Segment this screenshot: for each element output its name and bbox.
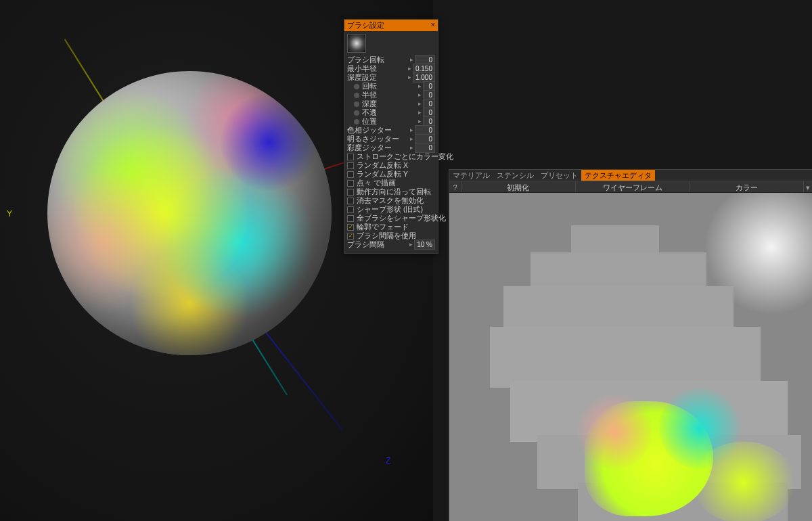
- texture-editor-panel[interactable]: マテリアル ステンシル プリセット テクスチャエディタ ? 初期化 ワイヤーフレ…: [449, 169, 812, 521]
- tab-material[interactable]: マテリアル: [449, 170, 493, 181]
- brush-panel-title-text: ブラシ設定: [347, 20, 384, 30]
- depth-setting-row[interactable]: 深度設定▸ 1.000: [347, 73, 435, 82]
- cb-edge-fade[interactable]: 輪郭でフェード: [347, 223, 435, 231]
- jitter-rad-label: 半径: [362, 91, 417, 99]
- jitter-dep-label: 深度: [362, 99, 417, 108]
- viewport-sphere[interactable]: [47, 71, 332, 355]
- tab-texture-editor[interactable]: テクスチャエディタ: [581, 170, 655, 181]
- min-radius-label: 最小半径: [347, 64, 407, 73]
- cb-stroke-color-label: ストロークごとにカラー変化: [357, 152, 453, 161]
- jitter-opa-label: 不透: [362, 108, 417, 117]
- help-button[interactable]: ?: [449, 181, 461, 192]
- chevron-right-icon: ▸: [417, 91, 423, 99]
- cb-follow[interactable]: 動作方向に沿って回転: [347, 187, 435, 196]
- brush-rotation-label: ブラシ回転: [347, 55, 409, 64]
- jitter-toggle-icon[interactable]: [354, 119, 359, 124]
- brush-panel-title[interactable]: ブラシ設定 ×: [344, 20, 438, 31]
- cb-flip-x-label: ランダム反転 X: [357, 161, 435, 170]
- chevron-right-icon: ▸: [408, 240, 414, 249]
- jitter-dep-row[interactable]: 深度▸ 0: [347, 99, 435, 108]
- jitter-toggle-icon[interactable]: [354, 93, 359, 98]
- cb-dots-label: 点々 で描画: [357, 179, 435, 187]
- tab-preset[interactable]: プリセット: [537, 170, 581, 181]
- texture-canvas[interactable]: [449, 193, 812, 521]
- painted-texture: [490, 225, 801, 521]
- axis-label-z: Z: [386, 456, 390, 466]
- jitter-rad-row[interactable]: 半径▸ 0: [347, 91, 435, 99]
- cb-disable-erase[interactable]: 消去マスクを無効化: [347, 196, 435, 205]
- checkbox-icon[interactable]: [347, 189, 354, 196]
- color-button[interactable]: カラー: [690, 181, 804, 192]
- chevron-right-icon: ▸: [407, 73, 413, 82]
- cb-sharp-all-label: 全ブラシをシャープ形状化: [357, 214, 446, 223]
- jitter-rot-row[interactable]: 回転▸ 0: [347, 82, 435, 91]
- chevron-down-icon[interactable]: ▾: [804, 181, 812, 192]
- brush-spacing-label: ブラシ間隔: [347, 240, 408, 249]
- jitter-pos-label: 位置: [362, 117, 417, 126]
- texture-toolbar: ? 初期化 ワイヤーフレーム カラー ▾: [449, 181, 812, 193]
- brush-settings-panel[interactable]: ブラシ設定 × ブラシ回転▸ 0 最小半径▸ 0.150 深度設定▸ 1.000…: [344, 19, 438, 254]
- cb-sharp-legacy[interactable]: シャープ形状 (旧式): [347, 205, 435, 214]
- chevron-right-icon: ▸: [417, 82, 423, 91]
- cb-flip-y-label: ランダム反転 Y: [357, 170, 435, 179]
- checkbox-icon[interactable]: [347, 198, 354, 204]
- cb-edge-fade-label: 輪郭でフェード: [357, 223, 435, 231]
- checkbox-icon[interactable]: [347, 224, 354, 231]
- hue-jitter-label: 色相ジッター: [347, 126, 409, 135]
- cb-flip-x[interactable]: ランダム反転 X: [347, 161, 435, 170]
- checkbox-icon[interactable]: [347, 206, 354, 213]
- sat-jitter-row[interactable]: 彩度ジッター▸ 0: [347, 143, 435, 152]
- axis-label-y: Y: [7, 209, 12, 219]
- brush-spacing-row[interactable]: ブラシ間隔▸ 10 %: [347, 240, 435, 249]
- cb-stroke-color[interactable]: ストロークごとにカラー変化: [347, 152, 435, 161]
- checkbox-icon[interactable]: [347, 233, 354, 240]
- chevron-right-icon: ▸: [409, 143, 415, 152]
- jitter-opa-row[interactable]: 不透▸ 0: [347, 108, 435, 117]
- jitter-toggle-icon[interactable]: [354, 101, 359, 107]
- sat-jitter-label: 彩度ジッター: [347, 143, 409, 152]
- wireframe-button[interactable]: ワイヤーフレーム: [576, 181, 690, 192]
- cb-follow-label: 動作方向に沿って回転: [357, 187, 435, 196]
- depth-setting-label: 深度設定: [347, 73, 407, 82]
- chevron-right-icon: ▸: [417, 99, 423, 108]
- brush-alpha-swatch[interactable]: [347, 34, 366, 53]
- tab-stencil[interactable]: ステンシル: [493, 170, 537, 181]
- close-icon[interactable]: ×: [431, 20, 435, 30]
- chevron-right-icon: ▸: [417, 108, 423, 117]
- light-jitter-label: 明るさジッター: [347, 135, 409, 143]
- cb-disable-erase-label: 消去マスクを無効化: [357, 196, 435, 205]
- checkbox-icon[interactable]: [347, 154, 354, 160]
- chevron-right-icon: ▸: [409, 126, 415, 135]
- texture-tabs: マテリアル ステンシル プリセット テクスチャエディタ: [449, 170, 812, 181]
- checkbox-icon[interactable]: [347, 215, 354, 222]
- cb-sharp-legacy-label: シャープ形状 (旧式): [357, 205, 435, 214]
- jitter-toggle-icon[interactable]: [354, 110, 359, 116]
- cb-flip-y[interactable]: ランダム反転 Y: [347, 170, 435, 179]
- jitter-toggle-icon[interactable]: [354, 84, 359, 89]
- chevron-right-icon: ▸: [409, 135, 415, 143]
- checkbox-icon[interactable]: [347, 180, 354, 187]
- checkbox-icon[interactable]: [347, 162, 354, 169]
- brush-spacing-value[interactable]: 10 %: [414, 240, 435, 250]
- cb-sharp-all[interactable]: 全ブラシをシャープ形状化: [347, 214, 435, 223]
- sat-jitter-value[interactable]: 0: [415, 143, 435, 153]
- checkbox-icon[interactable]: [347, 171, 354, 178]
- cb-dots[interactable]: 点々 で描画: [347, 179, 435, 187]
- jitter-rot-label: 回転: [362, 82, 417, 91]
- init-button[interactable]: 初期化: [461, 181, 576, 192]
- chevron-right-icon: ▸: [407, 64, 413, 73]
